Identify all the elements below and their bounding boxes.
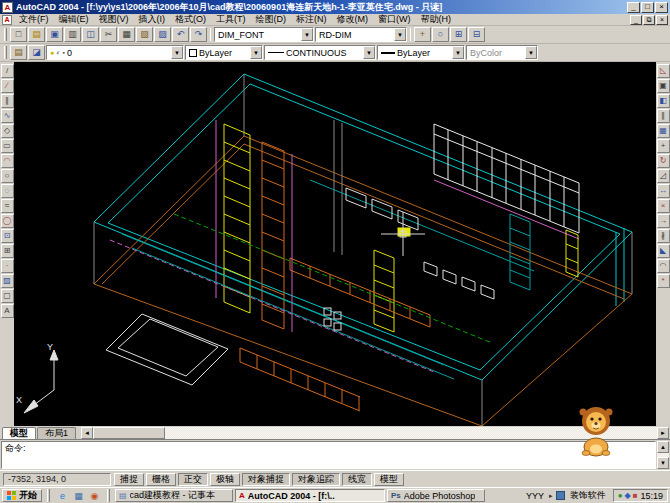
toggle-polar[interactable]: 极轴 <box>210 473 240 486</box>
doc-close-button[interactable]: × <box>656 15 668 25</box>
stretch-icon[interactable]: ↔ <box>657 184 670 198</box>
dropdown-icon[interactable]: ▼ <box>250 46 262 59</box>
toolbar-grip[interactable] <box>4 28 7 41</box>
pan-icon[interactable]: + <box>414 27 431 42</box>
toggle-lineweight[interactable]: 线宽 <box>342 473 372 486</box>
quicklaunch-browser-icon[interactable]: e <box>55 489 70 502</box>
lineweight-combo[interactable]: ByLayer ▼ <box>377 45 465 60</box>
undo-icon[interactable]: ↶ <box>172 27 189 42</box>
dropdown-icon[interactable]: ▼ <box>171 46 183 59</box>
copy-icon[interactable]: ▦ <box>118 27 135 42</box>
move-icon[interactable]: + <box>657 139 670 153</box>
toggle-grid[interactable]: 栅格 <box>146 473 176 486</box>
hatch-icon[interactable]: ▨ <box>1 274 14 288</box>
copy-object-icon[interactable]: ▣ <box>657 79 670 93</box>
antivirus-lion-mascot[interactable] <box>572 404 620 458</box>
band-chevron-icon[interactable]: ▸ <box>549 492 553 500</box>
tray-ime-icon[interactable]: ■ <box>633 492 638 500</box>
offset-icon[interactable]: ∥ <box>657 109 670 123</box>
zoom-window-icon[interactable]: ⊞ <box>450 27 467 42</box>
construction-line-icon[interactable]: ∕ <box>1 79 14 93</box>
menu-item[interactable]: 修改(M) <box>332 13 374 26</box>
redo-icon[interactable]: ↷ <box>190 27 207 42</box>
revcloud-icon[interactable]: ◌ <box>1 184 14 198</box>
make-block-icon[interactable]: ⊞ <box>1 244 14 258</box>
dim-style-combo[interactable]: RD-DIM ▼ <box>315 27 407 42</box>
menu-item[interactable]: 视图(V) <box>94 13 134 26</box>
toggle-ortho[interactable]: 正交 <box>178 473 208 486</box>
menu-item[interactable]: 插入(I) <box>134 13 171 26</box>
chamfer-icon[interactable]: ◣ <box>657 244 670 258</box>
scroll-left-icon[interactable]: ◄ <box>81 427 93 439</box>
paste-icon[interactable]: ▧ <box>136 27 153 42</box>
break-icon[interactable]: ∦ <box>657 229 670 243</box>
trim-icon[interactable]: × <box>657 199 670 213</box>
extend-icon[interactable]: → <box>657 214 670 228</box>
command-input[interactable]: 命令: <box>1 441 656 469</box>
command-scrollbar[interactable]: ▲ ▼ <box>657 441 669 469</box>
spline-icon[interactable]: ≈ <box>1 199 14 213</box>
make-layer-current-icon[interactable]: ◪ <box>28 45 45 60</box>
task-notepad[interactable]: ▤cad建模教程 - 记事本 <box>115 489 233 502</box>
array-icon[interactable]: ▦ <box>657 124 670 138</box>
menu-item[interactable]: 编辑(E) <box>54 13 94 26</box>
polyline-icon[interactable]: ∿ <box>1 109 14 123</box>
tab-layout1[interactable]: 布局1 <box>37 427 76 439</box>
color-combo[interactable]: ByLayer ▼ <box>185 45 263 60</box>
scale-icon[interactable]: ◿ <box>657 169 670 183</box>
menu-item[interactable]: 标注(N) <box>291 13 332 26</box>
menu-item[interactable]: 窗口(W) <box>373 13 416 26</box>
tray-volume-icon[interactable]: ◆ <box>624 492 630 500</box>
start-button[interactable]: 开始 <box>2 489 42 502</box>
maximize-button[interactable]: □ <box>641 2 654 13</box>
insert-block-icon[interactable]: ⊡ <box>1 229 14 243</box>
toggle-model[interactable]: 模型 <box>374 473 404 486</box>
toggle-snap[interactable]: 捕捉 <box>114 473 144 486</box>
cut-icon[interactable]: ✂ <box>100 27 117 42</box>
scroll-down-icon[interactable]: ▼ <box>657 457 669 469</box>
fillet-icon[interactable]: ◠ <box>657 259 670 273</box>
match-properties-icon[interactable]: ▨ <box>154 27 171 42</box>
polygon-icon[interactable]: ◇ <box>1 124 14 138</box>
erase-icon[interactable]: ◺ <box>657 64 670 78</box>
mirror-icon[interactable]: ◧ <box>657 94 670 108</box>
task-autocad[interactable]: AAutoCAD 2004 - [f:\.. <box>235 489 385 502</box>
doc-restore-button[interactable]: ⧉ <box>643 15 655 25</box>
open-file-icon[interactable]: ▤ <box>28 27 45 42</box>
menu-item[interactable]: 格式(O) <box>170 13 211 26</box>
linetype-combo[interactable]: CONTINUOUS ▼ <box>264 45 376 60</box>
new-file-icon[interactable]: □ <box>10 27 27 42</box>
scroll-up-icon[interactable]: ▲ <box>657 441 669 453</box>
menu-item[interactable]: 绘图(D) <box>251 13 292 26</box>
dropdown-icon[interactable]: ▼ <box>394 28 406 41</box>
ellipse-icon[interactable]: ◯ <box>1 214 14 228</box>
text-style-combo[interactable]: DIM_FONT ▼ <box>214 27 314 42</box>
scroll-right-icon[interactable]: ► <box>657 427 669 439</box>
mtext-icon[interactable]: A <box>1 304 14 318</box>
dropdown-icon[interactable]: ▼ <box>301 28 313 41</box>
doc-minimize-button[interactable]: _ <box>630 15 642 25</box>
task-photoshop[interactable]: PsAdobe Photoshop <box>387 489 485 502</box>
arc-icon[interactable]: ◠ <box>1 154 14 168</box>
toolbar-band-label[interactable]: 装饰软件 <box>568 489 608 502</box>
rectangle-icon[interactable]: ▭ <box>1 139 14 153</box>
explode-icon[interactable]: * <box>657 274 670 288</box>
plot-icon[interactable]: ▥ <box>64 27 81 42</box>
toolbar-grip[interactable] <box>4 46 7 59</box>
point-icon[interactable]: · <box>1 259 14 273</box>
rotate-icon[interactable]: ↻ <box>657 154 670 168</box>
line-icon[interactable]: / <box>1 64 14 78</box>
menu-item[interactable]: 工具(T) <box>211 13 251 26</box>
minimize-button[interactable]: _ <box>627 2 640 13</box>
multiline-icon[interactable]: ∥ <box>1 94 14 108</box>
menu-item[interactable]: 文件(F) <box>14 13 54 26</box>
dropdown-icon[interactable]: ▼ <box>452 46 464 59</box>
scrollbar-thumb[interactable] <box>93 427 165 439</box>
toggle-otrack[interactable]: 对象追踪 <box>292 473 340 486</box>
layers-dialog-icon[interactable]: ▤ <box>10 45 27 60</box>
plot-preview-icon[interactable]: ◫ <box>82 27 99 42</box>
zoom-previous-icon[interactable]: ⊟ <box>468 27 485 42</box>
menu-item[interactable]: 帮助(H) <box>416 13 457 26</box>
zoom-realtime-icon[interactable]: ○ <box>432 27 449 42</box>
tray-antivirus-icon[interactable]: ● <box>618 492 623 500</box>
